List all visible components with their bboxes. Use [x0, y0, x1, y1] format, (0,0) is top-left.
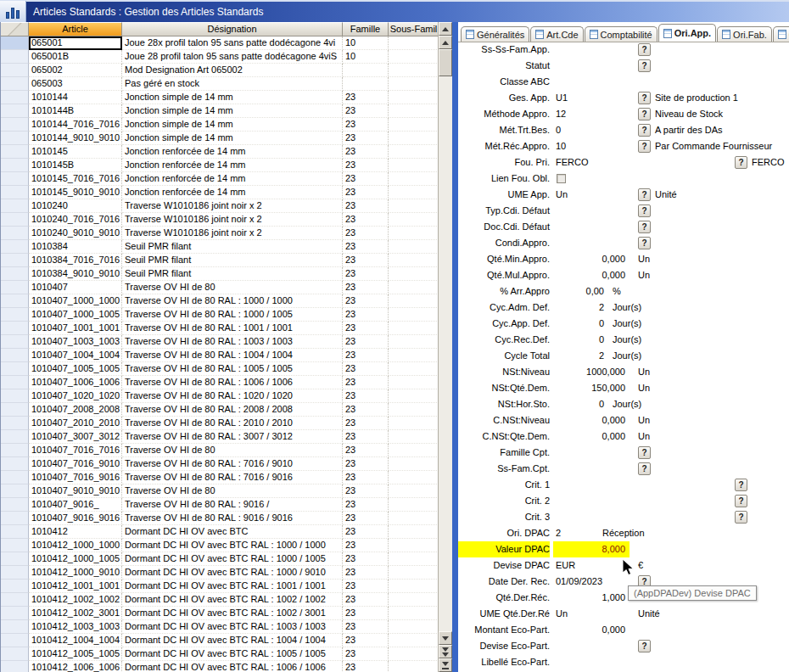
table-row[interactable]: 065001Joue 28x profil talon 95 sans patt… — [1, 36, 439, 50]
cell-article[interactable]: 1010412_1003_1003 — [29, 620, 122, 634]
table-row[interactable]: 1010412Dormant DC HI OV avec BTC23 — [1, 525, 439, 539]
cell-article[interactable]: 1010407_1006_1006 — [29, 376, 122, 389]
cell-article[interactable]: 1010145B — [29, 159, 122, 172]
row-selector[interactable] — [1, 539, 29, 552]
cell-designation[interactable]: Dormant DC HI OV avec BTC RAL : 1003 / 1… — [122, 620, 343, 634]
cell-article[interactable]: 1010144B — [29, 104, 122, 118]
cell-famille[interactable]: 23 — [343, 91, 389, 104]
table-row[interactable]: 1010384_7016_7016Seuil PMR filant23 — [1, 254, 439, 267]
cell-sous-famille[interactable] — [389, 484, 439, 498]
cell-designation[interactable]: Traverse OV HI de 80 RAL : 3007 / 3012 — [122, 430, 343, 444]
field-value[interactable]: 0 — [556, 122, 561, 138]
row-selector[interactable] — [1, 471, 29, 484]
table-row[interactable]: 1010240_7016_7016Traverse W1010186 joint… — [1, 213, 439, 227]
cell-sous-famille[interactable] — [389, 389, 439, 403]
cell-article[interactable]: 1010412_1000_1000 — [29, 539, 122, 552]
cell-famille[interactable]: 23 — [343, 417, 389, 430]
cell-article[interactable]: 1010412 — [29, 525, 122, 539]
cell-article[interactable]: 1010412_1006_1006 — [29, 661, 122, 672]
cell-article[interactable]: 1010384_9010_9010 — [29, 267, 122, 281]
table-row[interactable]: 1010412_1002_1002Dormant DC HI OV avec B… — [1, 593, 439, 607]
table-row[interactable]: 1010407_7016_9010Traverse OV HI de 80 RA… — [1, 457, 439, 471]
help-button[interactable]: ? — [735, 511, 747, 524]
cell-designation[interactable]: Mod Designation Art 065002 — [122, 64, 343, 77]
tab-g-n-ralit-s[interactable]: Généralités — [461, 26, 529, 42]
cell-sous-famille[interactable] — [389, 132, 439, 145]
help-button[interactable]: ? — [638, 140, 651, 153]
cell-sous-famille[interactable] — [389, 566, 439, 580]
field-value[interactable]: Un — [556, 187, 568, 203]
row-selector[interactable] — [1, 566, 29, 580]
scroll-up-button[interactable] — [439, 22, 452, 36]
cell-famille[interactable]: 23 — [343, 104, 389, 118]
row-selector[interactable] — [1, 647, 29, 661]
cell-designation[interactable]: Jonction simple de 14 mm — [122, 91, 343, 104]
cell-designation[interactable]: Traverse OV HI de 80 — [122, 281, 343, 294]
cell-sous-famille[interactable] — [389, 172, 439, 186]
row-selector[interactable] — [1, 498, 29, 512]
cell-famille[interactable]: 23 — [343, 593, 389, 607]
cell-famille[interactable]: 23 — [343, 186, 389, 199]
row-selector[interactable] — [1, 389, 29, 403]
field-value[interactable]: FERCO — [556, 154, 589, 171]
cell-designation[interactable]: Traverse OV HI de 80 RAL : 1020 / 1020 — [122, 389, 343, 403]
cell-article[interactable]: 1010407_1020_1020 — [29, 389, 122, 403]
cell-sous-famille[interactable] — [389, 308, 439, 322]
cell-designation[interactable]: Traverse W1010186 joint noir x 2 — [122, 213, 343, 227]
table-row[interactable]: 1010407_2008_2008Traverse OV HI de 80 RA… — [1, 403, 439, 417]
table-row[interactable]: 1010407_1004_1004Traverse OV HI de 80 RA… — [1, 349, 439, 362]
row-selector[interactable] — [1, 457, 29, 471]
row-selector[interactable] — [1, 77, 29, 91]
cell-famille[interactable]: 23 — [343, 227, 389, 240]
cell-sous-famille[interactable] — [389, 64, 439, 77]
cell-sous-famille[interactable] — [389, 607, 439, 620]
cell-article[interactable]: 1010407_2008_2008 — [29, 403, 122, 417]
table-row[interactable]: 1010145_9010_9010Jonction renforcée de 1… — [1, 186, 439, 199]
cell-designation[interactable]: Dormant DC HI OV avec BTC RAL : 1000 / 1… — [122, 539, 343, 552]
field-value[interactable]: Un — [556, 606, 568, 622]
field-value[interactable]: 1000,000 — [556, 364, 625, 380]
cell-sous-famille[interactable] — [389, 50, 439, 64]
row-selector[interactable] — [1, 104, 29, 118]
cell-designation[interactable]: Dormant DC HI OV avec BTC — [122, 525, 343, 539]
cell-sous-famille[interactable] — [389, 498, 439, 512]
help-button[interactable]: ? — [638, 221, 651, 233]
cell-sous-famille[interactable] — [389, 620, 439, 634]
tab-comptabilit[interactable]: Comptabilité — [585, 26, 658, 42]
table-row[interactable]: 1010407_1001_1001Traverse OV HI de 80 RA… — [1, 322, 439, 335]
table-row[interactable]: 1010412_1004_1004Dormant DC HI OV avec B… — [1, 634, 439, 647]
table-row[interactable]: 065003Pas géré en stock — [1, 77, 439, 91]
cell-famille[interactable]: 23 — [343, 552, 389, 566]
table-row[interactable]: 1010144BJonction simple de 14 mm23 — [1, 104, 439, 118]
column-header-article[interactable]: Article — [29, 22, 122, 36]
cell-famille[interactable]: 23 — [343, 647, 389, 661]
cell-designation[interactable]: Dormant DC HI OV avec BTC RAL : 1000 / 9… — [122, 566, 343, 580]
table-row[interactable]: 1010407_7016_7016Traverse OV HI de 8023 — [1, 444, 439, 457]
cell-famille[interactable]: 23 — [343, 322, 389, 335]
table-row[interactable]: 1010412_1000_1000Dormant DC HI OV avec B… — [1, 539, 439, 552]
cell-sous-famille[interactable] — [389, 91, 439, 104]
cell-designation[interactable]: Joue 28x profil talon 95 sans patte dodé… — [122, 36, 343, 50]
cell-article[interactable]: 1010144 — [29, 91, 122, 104]
row-selector[interactable] — [1, 172, 29, 186]
cell-designation[interactable]: Traverse OV HI de 80 RAL : 1000 / 1000 — [122, 294, 343, 308]
cell-designation[interactable]: Pas géré en stock — [122, 77, 343, 91]
cell-sous-famille[interactable] — [389, 186, 439, 199]
cell-sous-famille[interactable] — [389, 403, 439, 417]
cell-famille[interactable]: 23 — [343, 213, 389, 227]
row-selector[interactable] — [1, 36, 29, 50]
field-value[interactable]: 0,00 — [556, 283, 604, 300]
cell-article[interactable]: 1010407_9016_9016 — [29, 512, 122, 525]
cell-sous-famille[interactable] — [389, 322, 439, 335]
row-selector[interactable] — [1, 444, 29, 457]
table-row[interactable]: 1010145_7016_7016Jonction renforcée de 1… — [1, 172, 439, 186]
cell-designation[interactable]: Traverse OV HI de 80 RAL : 1001 / 1001 — [122, 322, 343, 335]
cell-designation[interactable]: Traverse OV HI de 80 RAL : 9016 / 9016 — [122, 512, 343, 525]
row-selector[interactable] — [1, 580, 29, 593]
cell-article[interactable]: 1010407_7016_7016 — [29, 444, 122, 457]
cell-article[interactable]: 1010145_7016_7016 — [29, 172, 122, 186]
table-row[interactable]: 1010412_1006_1006Dormant DC HI OV avec B… — [1, 661, 439, 672]
cell-famille[interactable]: 10 — [343, 50, 389, 64]
cell-famille[interactable]: 23 — [343, 159, 389, 172]
row-selector[interactable] — [1, 308, 29, 322]
